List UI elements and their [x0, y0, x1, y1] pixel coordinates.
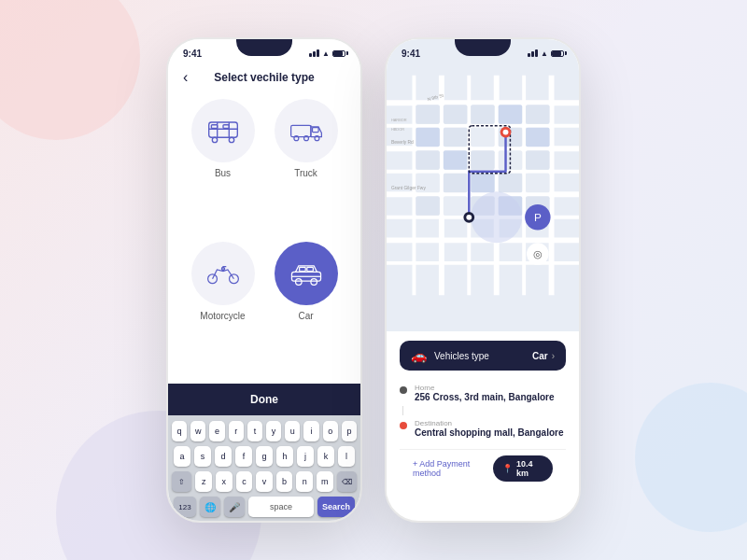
- svg-rect-55: [471, 174, 495, 193]
- key-o[interactable]: o: [323, 421, 338, 441]
- home-dot: [400, 386, 407, 394]
- svg-rect-42: [526, 105, 550, 124]
- chevron-right-icon: ›: [552, 351, 555, 361]
- keyboard-row-4: 123 🌐 🎤 space Search: [172, 497, 357, 517]
- shift-key[interactable]: ⇧: [172, 471, 191, 492]
- key-i[interactable]: i: [303, 421, 318, 441]
- svg-rect-47: [526, 128, 550, 147]
- wifi-icon: ▲: [322, 49, 330, 58]
- vehicle-item-car[interactable]: Car: [270, 242, 342, 373]
- phone-1: 9:41 ▲ ‹ Select vechile type: [166, 37, 362, 523]
- key-l[interactable]: l: [338, 446, 355, 467]
- phone-2: 9:41 ▲: [385, 37, 581, 523]
- keyboard-row-2: a s d f g h j k l: [172, 446, 357, 467]
- vehicle-item-truck[interactable]: Truck: [270, 99, 342, 231]
- search-button[interactable]: Search: [317, 497, 355, 517]
- svg-text:P: P: [534, 211, 542, 223]
- car-icon: [289, 260, 323, 287]
- key-r[interactable]: r: [229, 421, 244, 441]
- svg-rect-52: [526, 150, 550, 170]
- svg-rect-57: [526, 174, 550, 193]
- dest-dot: [400, 422, 407, 429]
- svg-point-63: [471, 191, 522, 243]
- done-button[interactable]: Done: [168, 384, 360, 415]
- key-x[interactable]: x: [216, 471, 233, 492]
- svg-rect-21: [306, 267, 313, 271]
- vehicle-circle-bus: [191, 99, 255, 162]
- vehicle-label-car: Car: [298, 311, 313, 321]
- key-c[interactable]: c: [236, 471, 253, 492]
- key-g[interactable]: g: [256, 446, 273, 467]
- key-y[interactable]: y: [266, 421, 281, 441]
- route-connector: [402, 406, 403, 415]
- svg-text:Grant Gilger Fwy: Grant Gilger Fwy: [391, 186, 427, 190]
- signal-6: [535, 49, 538, 57]
- vehicle-circle-motorcycle: [191, 242, 255, 305]
- vehicle-type-row[interactable]: 🚗 Vehicles type Car ›: [400, 341, 566, 371]
- key-t[interactable]: t: [247, 421, 262, 441]
- back-button[interactable]: ‹: [183, 69, 188, 86]
- vehicle-type-label: Vehicles type: [434, 351, 532, 361]
- globe-key[interactable]: 🌐: [200, 497, 220, 517]
- svg-text:HARBOR: HARBOR: [391, 118, 407, 122]
- svg-text:HBDOR: HBDOR: [391, 127, 404, 132]
- bus-icon: [206, 118, 240, 144]
- key-k[interactable]: k: [317, 446, 334, 467]
- space-key[interactable]: space: [248, 497, 314, 517]
- key-m[interactable]: m: [317, 471, 333, 492]
- svg-rect-48: [416, 150, 440, 170]
- num-key[interactable]: 123: [174, 497, 196, 517]
- dest-address: Central shopping mall, Bangalore: [415, 427, 563, 438]
- key-f[interactable]: f: [235, 446, 252, 467]
- info-panel: 🚗 Vehicles type Car › Home 256 Cross, 3r…: [387, 331, 579, 497]
- vehicle-label-truck: Truck: [294, 168, 317, 178]
- phones-container: 9:41 ▲ ‹ Select vechile type: [166, 37, 581, 523]
- svg-rect-20: [299, 267, 305, 271]
- signal-2: [313, 51, 316, 57]
- key-h[interactable]: h: [276, 446, 293, 467]
- svg-rect-6: [211, 125, 217, 129]
- dest-text-group: Destination Central shopping mall, Banga…: [415, 419, 563, 438]
- key-v[interactable]: v: [256, 471, 273, 492]
- svg-rect-43: [416, 128, 440, 147]
- key-a[interactable]: a: [174, 446, 190, 467]
- key-w[interactable]: w: [190, 421, 205, 441]
- svg-point-18: [295, 278, 302, 285]
- signal-1: [309, 53, 312, 57]
- steering-icon: 🚗: [411, 348, 427, 363]
- delete-key[interactable]: ⌫: [337, 471, 357, 492]
- mic-key[interactable]: 🎤: [224, 497, 245, 517]
- keyboard: q w e r t y u i o p a s d f g h: [168, 415, 360, 521]
- vehicle-item-motorcycle[interactable]: Motorcycle: [187, 242, 259, 373]
- key-d[interactable]: d: [215, 446, 232, 467]
- bg-decoration-blue: [635, 383, 747, 532]
- map-svg: P ◎ N 9th St Beverly Rd Grant Gilger Fwy…: [387, 39, 579, 331]
- notch-1: [236, 39, 292, 56]
- key-u[interactable]: u: [285, 421, 300, 441]
- vehicle-circle-car: [275, 242, 338, 305]
- svg-point-19: [310, 278, 317, 285]
- keyboard-row-1: q w e r t y u i o p: [172, 421, 357, 441]
- home-location-row: Home 256 Cross, 3rd main, Bangalore: [400, 380, 566, 406]
- key-q[interactable]: q: [172, 421, 187, 441]
- vehicle-type-value: Car: [532, 351, 548, 361]
- location-info: Home 256 Cross, 3rd main, Bangalore Dest…: [400, 380, 566, 441]
- svg-rect-38: [416, 105, 440, 124]
- keyboard-row-3: ⇧ z x c v b n m ⌫: [172, 471, 357, 492]
- phone2-content: P ◎ N 9th St Beverly Rd Grant Gilger Fwy…: [387, 39, 579, 497]
- signal-4: [528, 53, 530, 57]
- svg-rect-10: [312, 128, 318, 133]
- svg-rect-44: [444, 128, 468, 147]
- key-p[interactable]: p: [342, 421, 357, 441]
- key-j[interactable]: j: [297, 446, 314, 467]
- motorcycle-icon: [206, 260, 240, 287]
- key-b[interactable]: b: [276, 471, 293, 492]
- key-e[interactable]: e: [209, 421, 224, 441]
- svg-rect-7: [223, 125, 229, 129]
- add-payment-button[interactable]: + Add Payment method: [413, 459, 493, 478]
- key-s[interactable]: s: [194, 446, 211, 467]
- vehicle-item-bus[interactable]: Bus: [187, 99, 259, 231]
- key-n[interactable]: n: [296, 471, 313, 492]
- key-z[interactable]: z: [195, 471, 212, 492]
- phone1-content: ‹ Select vechile type: [168, 63, 360, 521]
